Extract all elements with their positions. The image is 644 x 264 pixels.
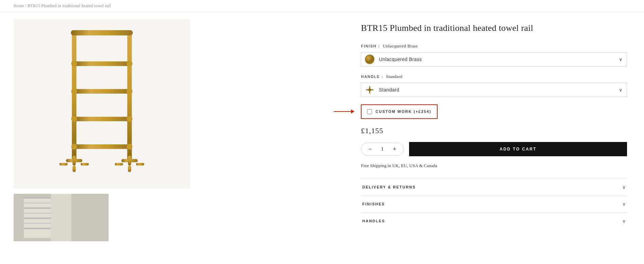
finish-selected-value: Unlacquered Brass xyxy=(383,43,418,49)
svg-rect-29 xyxy=(24,207,51,209)
breadcrumb: Home / BTR15 Plumbed in traditional heat… xyxy=(0,0,644,12)
svg-point-9 xyxy=(71,88,77,94)
arrow-line xyxy=(334,111,354,112)
svg-rect-23 xyxy=(136,163,144,166)
purchase-row: − 1 + ADD TO CART xyxy=(361,142,627,156)
svg-rect-28 xyxy=(24,202,51,204)
accordion-delivery-chevron-icon: ∨ xyxy=(622,184,626,190)
shipping-note: Free Shipping in UK, EU, USA & Canada xyxy=(361,163,627,168)
handle-dropdown-wrapper: Standard Cross Lever ∨ xyxy=(361,83,627,97)
svg-rect-39 xyxy=(370,89,373,90)
svg-rect-1 xyxy=(127,32,132,162)
svg-rect-36 xyxy=(369,86,370,89)
svg-rect-33 xyxy=(24,228,51,229)
finish-key: FINISH : xyxy=(361,44,380,48)
quantity-value: 1 xyxy=(379,146,386,152)
price-display: £1,155 xyxy=(361,126,627,135)
quantity-decrease-button[interactable]: − xyxy=(366,145,374,153)
accordions: DELIVERY & RETURNS ∨ FINISHES ∨ HANDLES … xyxy=(361,179,627,229)
accordion-finishes-header[interactable]: FINISHES ∨ xyxy=(361,196,627,212)
product-title: BTR15 Plumbed in traditional heated towe… xyxy=(361,22,627,34)
custom-work-checkbox-label[interactable]: CUSTOM WORK (+£254) xyxy=(361,104,437,119)
accordion-handles-title: HANDLES xyxy=(362,219,385,223)
brass-swatch xyxy=(365,55,374,64)
custom-work-label-text: CUSTOM WORK (+£254) xyxy=(375,109,431,114)
accordion-delivery-title: DELIVERY & RETURNS xyxy=(362,185,416,189)
svg-rect-19 xyxy=(73,165,76,172)
svg-rect-38 xyxy=(366,89,369,90)
svg-rect-34 xyxy=(51,194,71,241)
accordion-delivery-header[interactable]: DELIVERY & RETURNS ∨ xyxy=(361,179,627,196)
handle-label-row: HANDLE : Standard xyxy=(361,74,627,79)
svg-rect-16 xyxy=(73,156,76,166)
svg-rect-32 xyxy=(24,223,51,224)
svg-rect-37 xyxy=(369,90,370,94)
finish-dropdown[interactable]: Unlacquered Brass Chrome Nickel Antique … xyxy=(361,52,627,66)
accordion-finishes-chevron-icon: ∨ xyxy=(622,201,626,207)
add-to-cart-button[interactable]: ADD TO CART xyxy=(409,142,627,156)
arrow-annotation xyxy=(334,111,354,112)
svg-point-10 xyxy=(127,88,132,94)
svg-rect-6 xyxy=(73,144,131,149)
main-product-image xyxy=(14,19,190,188)
svg-point-8 xyxy=(127,61,132,66)
svg-rect-21 xyxy=(128,156,131,166)
svg-rect-3 xyxy=(73,61,131,66)
quantity-control: − 1 + xyxy=(361,143,404,156)
svg-rect-4 xyxy=(73,89,131,94)
svg-point-7 xyxy=(71,61,77,66)
svg-rect-18 xyxy=(81,163,89,166)
svg-rect-0 xyxy=(72,32,76,162)
product-details-panel: BTR15 Plumbed in traditional heated towe… xyxy=(354,12,644,263)
svg-point-13 xyxy=(71,144,77,149)
svg-rect-30 xyxy=(24,212,51,214)
handle-selected-value: Standard xyxy=(386,74,402,79)
custom-work-container: CUSTOM WORK (+£254) xyxy=(361,104,627,119)
svg-rect-2 xyxy=(71,30,133,35)
svg-point-14 xyxy=(127,144,132,149)
accordion-finishes-title: FINISHES xyxy=(362,202,385,206)
svg-rect-27 xyxy=(24,197,51,199)
accordion-delivery: DELIVERY & RETURNS ∨ xyxy=(361,179,627,196)
handle-key: HANDLE : xyxy=(361,75,383,79)
svg-point-11 xyxy=(71,116,77,122)
quantity-increase-button[interactable]: + xyxy=(390,145,399,153)
svg-rect-5 xyxy=(73,117,131,121)
finish-dropdown-wrapper: Unlacquered Brass Chrome Nickel Antique … xyxy=(361,52,627,66)
accordion-handles: HANDLES ∨ xyxy=(361,212,627,229)
svg-point-12 xyxy=(127,116,132,122)
product-images-panel xyxy=(0,12,354,263)
accordion-handles-chevron-icon: ∨ xyxy=(622,218,626,224)
svg-rect-22 xyxy=(115,163,123,166)
accordion-handles-header[interactable]: HANDLES ∨ xyxy=(361,213,627,229)
svg-rect-31 xyxy=(24,218,51,219)
thumbnail-image[interactable] xyxy=(14,194,109,241)
handle-dropdown[interactable]: Standard Cross Lever xyxy=(361,83,627,97)
svg-rect-24 xyxy=(128,165,131,172)
svg-rect-17 xyxy=(59,163,68,166)
accordion-finishes: FINISHES ∨ xyxy=(361,196,627,212)
custom-work-checkbox[interactable] xyxy=(367,109,372,114)
handle-icon xyxy=(365,85,374,95)
finish-label-row: FINISH : Unlacquered Brass xyxy=(361,43,627,49)
